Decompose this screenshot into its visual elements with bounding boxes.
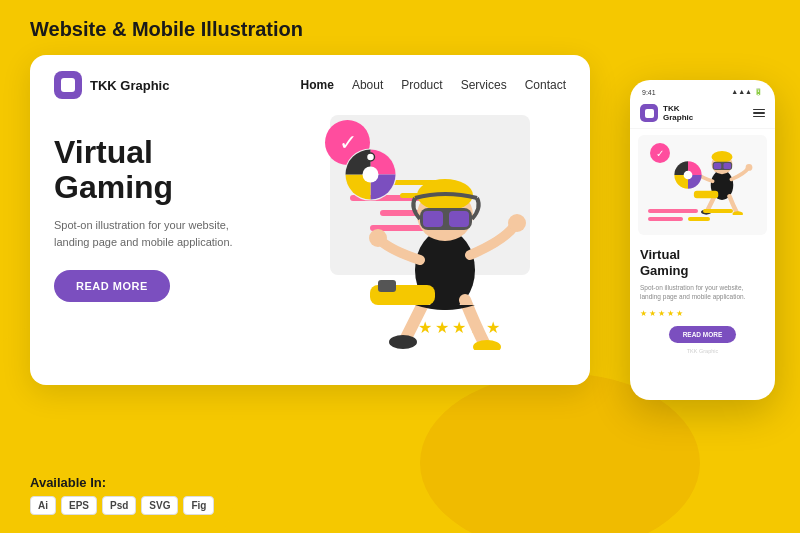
svg-point-19: [746, 164, 753, 171]
phone-hero-desc: Spot-on illustration for your website, l…: [640, 283, 765, 301]
phone-card: 9:41 ▲▲▲ 🔋 TKKGraphic ✓: [630, 80, 775, 400]
website-card: TKK Graphic Home About Product Services …: [30, 55, 590, 385]
phone-status-bar: 9:41 ▲▲▲ 🔋: [630, 80, 775, 100]
phone-star-rating: ★ ★ ★ ★ ★: [640, 309, 765, 318]
nav-contact[interactable]: Contact: [525, 78, 566, 92]
format-svg: SVG: [141, 496, 178, 515]
svg-rect-25: [724, 163, 732, 169]
phone-star-4: ★: [667, 309, 674, 318]
svg-point-6: [369, 229, 387, 247]
illustration-area: ✓: [270, 95, 590, 375]
phone-logo-text: TKKGraphic: [663, 104, 753, 122]
phone-yellow-line-1: [703, 209, 733, 213]
page-title: Website & Mobile Illustration: [30, 18, 303, 41]
format-eps: EPS: [61, 496, 97, 515]
phone-star-1: ★: [640, 309, 647, 318]
hero-title-line1: Virtual: [54, 134, 153, 170]
nav-product[interactable]: Product: [401, 78, 442, 92]
hero-description: Spot-on illustration for your website, l…: [54, 217, 254, 250]
svg-point-7: [508, 214, 526, 232]
phone-check-icon: ✓: [650, 143, 670, 163]
svg-rect-20: [694, 191, 718, 199]
nav-home[interactable]: Home: [301, 78, 334, 92]
phone-hero-title: Virtual Gaming: [640, 247, 765, 278]
phone-time: 9:41: [642, 89, 656, 96]
phone-read-more-button[interactable]: READ MORE: [669, 326, 737, 343]
read-more-button[interactable]: READ MORE: [54, 270, 170, 302]
format-psd: Psd: [102, 496, 136, 515]
vr-character: [340, 110, 550, 350]
format-ai: Ai: [30, 496, 56, 515]
svg-rect-14: [449, 211, 469, 227]
available-in-label: Available In:: [30, 475, 214, 490]
phone-pink-line-1: [648, 209, 698, 213]
nav-links: Home About Product Services Contact: [301, 78, 566, 92]
format-fig: Fig: [183, 496, 214, 515]
phone-content: Virtual Gaming Spot-on illustration for …: [630, 241, 775, 360]
website-logo-text: TKK Graphic: [90, 78, 169, 93]
phone-star-2: ★: [649, 309, 656, 318]
phone-color-wheel: [673, 160, 703, 190]
phone-signal: ▲▲▲ 🔋: [731, 88, 763, 96]
svg-rect-24: [714, 163, 722, 169]
svg-rect-9: [378, 280, 396, 292]
svg-point-26: [684, 171, 693, 180]
phone-title-line2: Gaming: [640, 263, 688, 278]
svg-rect-13: [423, 211, 443, 227]
phone-nav: TKKGraphic: [630, 100, 775, 129]
phone-logo-icon: [640, 104, 658, 122]
svg-point-4: [389, 335, 417, 349]
phone-logo-inner: [645, 109, 654, 118]
logo-icon: [54, 71, 82, 99]
svg-point-22: [712, 151, 733, 163]
nav-about[interactable]: About: [352, 78, 383, 92]
phone-title-line1: Virtual: [640, 247, 680, 262]
hamburger-icon[interactable]: [753, 109, 765, 118]
phone-pink-line-2: [648, 217, 683, 221]
phone-star-3: ★: [658, 309, 665, 318]
nav-services[interactable]: Services: [461, 78, 507, 92]
logo-icon-inner: [61, 78, 75, 92]
phone-credits: TKK Graphic: [640, 348, 765, 354]
phone-illustration: ✓: [638, 135, 767, 235]
available-in-section: Available In: Ai EPS Psd SVG Fig: [30, 475, 214, 515]
phone-star-5: ★: [676, 309, 683, 318]
hero-title-line2: Gaming: [54, 169, 173, 205]
phone-yellow-line-2: [688, 217, 710, 221]
format-badges: Ai EPS Psd SVG Fig: [30, 496, 214, 515]
